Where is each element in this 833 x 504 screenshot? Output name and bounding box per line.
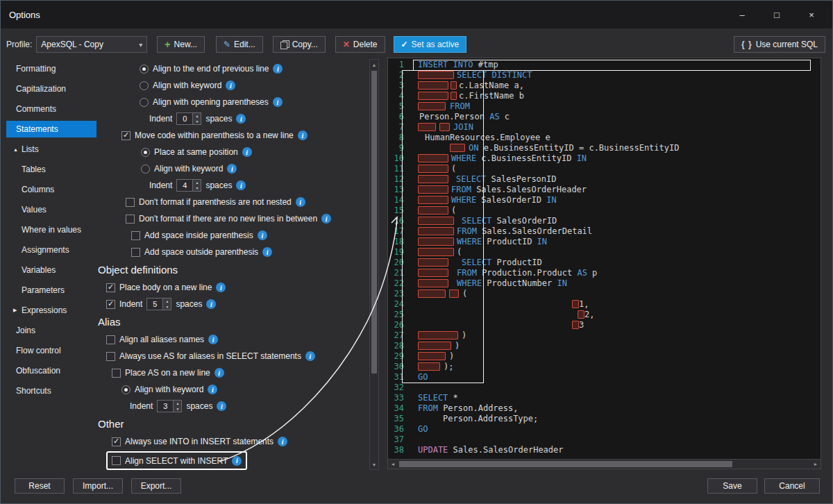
scrollbar-thumb[interactable] — [399, 461, 732, 467]
indent-spinner[interactable]: 5▲▼ — [146, 298, 171, 310]
sidebar-item-statements[interactable]: Statements — [6, 121, 96, 137]
spinner-buttons[interactable]: ▲▼ — [173, 401, 181, 412]
info-icon[interactable]: i — [296, 197, 305, 207]
info-icon[interactable]: i — [216, 283, 226, 292]
info-icon[interactable]: i — [232, 456, 242, 466]
sidebar-item-capitalization[interactable]: Capitalization — [6, 81, 96, 97]
close-button[interactable]: × — [806, 10, 817, 20]
radio-align-with-keyword[interactable] — [121, 385, 131, 394]
cancel-button[interactable]: Cancel — [764, 478, 820, 494]
checkbox-move-code-within-parenthesis-to-a-new-line[interactable] — [121, 131, 131, 140]
sidebar-item-tables[interactable]: Tables — [6, 161, 96, 178]
info-icon[interactable]: i — [208, 385, 217, 394]
radio-align-with-keyword[interactable] — [140, 81, 149, 90]
sidebar-item-values[interactable]: Values — [6, 201, 96, 218]
checkbox-don-t-format-if-parenthesis-are-not-nested[interactable] — [126, 198, 135, 207]
new-button[interactable]: + New... — [157, 36, 205, 53]
info-icon[interactable]: i — [206, 299, 216, 309]
use-current-sql-button[interactable]: { } Use current SQL — [734, 36, 825, 53]
info-icon[interactable]: i — [258, 230, 267, 240]
indent-spinner[interactable]: 0▲▼ — [176, 112, 201, 125]
info-icon[interactable]: i — [214, 368, 224, 378]
scroll-left-icon[interactable]: ◄ — [388, 460, 398, 469]
info-icon[interactable]: i — [278, 437, 287, 446]
spinner-down-icon[interactable]: ▼ — [174, 406, 181, 412]
sidebar-item-lists[interactable]: ▲Lists — [6, 141, 96, 158]
checkbox-add-space-outside-parenthesis[interactable] — [131, 248, 140, 257]
radio-align-to-the-end-of-previous-line[interactable] — [140, 65, 149, 74]
tree-expanded-icon[interactable]: ▲ — [13, 147, 22, 152]
info-icon[interactable]: i — [236, 114, 246, 124]
info-icon[interactable]: i — [217, 401, 226, 411]
spinner-up-icon[interactable]: ▲ — [193, 113, 201, 119]
info-icon[interactable]: i — [298, 131, 308, 140]
sidebar-item-joins[interactable]: Joins — [6, 322, 96, 339]
copy-button[interactable]: Copy... — [273, 36, 326, 53]
info-icon[interactable]: i — [227, 164, 237, 174]
spinner-buttons[interactable]: ▲▼ — [162, 299, 171, 310]
info-icon[interactable]: i — [208, 335, 218, 344]
scroll-down-icon[interactable]: ▼ — [370, 460, 378, 469]
checkbox-always-use-as-for-aliases-in-select-statements[interactable] — [106, 352, 115, 361]
save-button[interactable]: Save — [707, 478, 757, 494]
editor-horizontal-scrollbar[interactable]: ◄ ► — [388, 459, 821, 469]
spinner-up-icon[interactable]: ▲ — [163, 299, 171, 304]
tree-collapsed-icon[interactable]: ▶ — [13, 308, 22, 313]
info-icon[interactable]: i — [273, 64, 283, 74]
info-icon[interactable]: i — [242, 147, 252, 157]
checkbox-align-all-aliases-names[interactable] — [106, 335, 115, 344]
checkbox-don-t-format-if-there-are-no-new-lines-in-between[interactable] — [126, 215, 135, 224]
sidebar-item-expressions[interactable]: ▶Expressions — [6, 302, 96, 319]
edit-button[interactable]: ✎ Edit... — [216, 36, 263, 53]
line-number: 34 — [388, 403, 404, 414]
sidebar-item-obfuscation[interactable]: Obfuscation — [6, 362, 96, 379]
info-icon[interactable]: i — [321, 214, 331, 224]
setting-row-align-with-opening-parentheses: Align with opening parenthesesi — [140, 94, 283, 110]
sidebar-item-shortcuts[interactable]: Shortcuts — [6, 383, 96, 399]
scroll-right-icon[interactable]: ► — [811, 460, 821, 469]
delete-button[interactable]: ✕ Delete — [335, 36, 385, 53]
import-button[interactable]: Import... — [73, 478, 123, 494]
info-icon[interactable]: i — [273, 97, 283, 107]
info-icon[interactable]: i — [226, 81, 235, 90]
spinner-down-icon[interactable]: ▼ — [193, 185, 201, 191]
sidebar-item-flow-control[interactable]: Flow control — [6, 342, 96, 359]
scrollbar-thumb[interactable] — [371, 71, 377, 373]
spinner-buttons[interactable]: ▲▼ — [192, 180, 201, 191]
scrollbar-track[interactable] — [398, 460, 811, 469]
radio-place-at-same-position[interactable] — [141, 148, 150, 157]
set-as-active-button[interactable]: ✓ Set as active — [394, 36, 467, 53]
export-button[interactable]: Export... — [131, 478, 181, 494]
info-icon[interactable]: i — [236, 180, 246, 190]
sidebar-item-where-in-values[interactable]: Where in values — [6, 221, 96, 238]
checkbox-align-select-with-insert[interactable] — [112, 456, 121, 465]
indent-spinner[interactable]: 3▲▼ — [157, 400, 182, 412]
scroll-up-icon[interactable]: ▲ — [370, 60, 378, 69]
checkbox-always-use-into-in-insert-statements[interactable] — [112, 437, 121, 446]
sidebar-item-parameters[interactable]: Parameters — [6, 282, 96, 299]
checkbox-indent[interactable] — [106, 300, 115, 309]
checkbox-add-space-inside-parenthesis[interactable] — [131, 231, 140, 240]
indent-spinner[interactable]: 4▲▼ — [176, 179, 201, 192]
checkbox-place-body-on-a-new-line[interactable] — [106, 283, 115, 292]
checkbox-place-as-on-a-new-line[interactable] — [112, 369, 121, 378]
spinner-up-icon[interactable]: ▲ — [174, 401, 181, 406]
sidebar-item-comments[interactable]: Comments — [6, 101, 96, 117]
spinner-down-icon[interactable]: ▼ — [193, 119, 201, 124]
settings-scrollbar[interactable]: ▲ ▼ — [369, 59, 379, 470]
reset-button[interactable]: Reset — [15, 478, 65, 494]
sidebar-item-formatting[interactable]: Formatting — [6, 60, 96, 77]
maximize-button[interactable]: □ — [771, 10, 782, 20]
spinner-down-icon[interactable]: ▼ — [163, 304, 171, 310]
minimize-button[interactable]: – — [737, 10, 748, 20]
profile-select[interactable]: ApexSQL - Copy ▾ — [36, 36, 147, 53]
spinner-buttons[interactable]: ▲▼ — [192, 113, 201, 124]
sidebar-item-columns[interactable]: Columns — [6, 181, 96, 198]
spinner-up-icon[interactable]: ▲ — [193, 180, 201, 185]
radio-align-with-opening-parentheses[interactable] — [140, 98, 149, 107]
sidebar-item-assignments[interactable]: Assignments — [6, 242, 96, 258]
sidebar-item-variables[interactable]: Variables — [6, 262, 96, 278]
radio-align-with-keyword[interactable] — [141, 165, 150, 174]
info-icon[interactable]: i — [305, 351, 315, 361]
info-icon[interactable]: i — [262, 247, 272, 257]
